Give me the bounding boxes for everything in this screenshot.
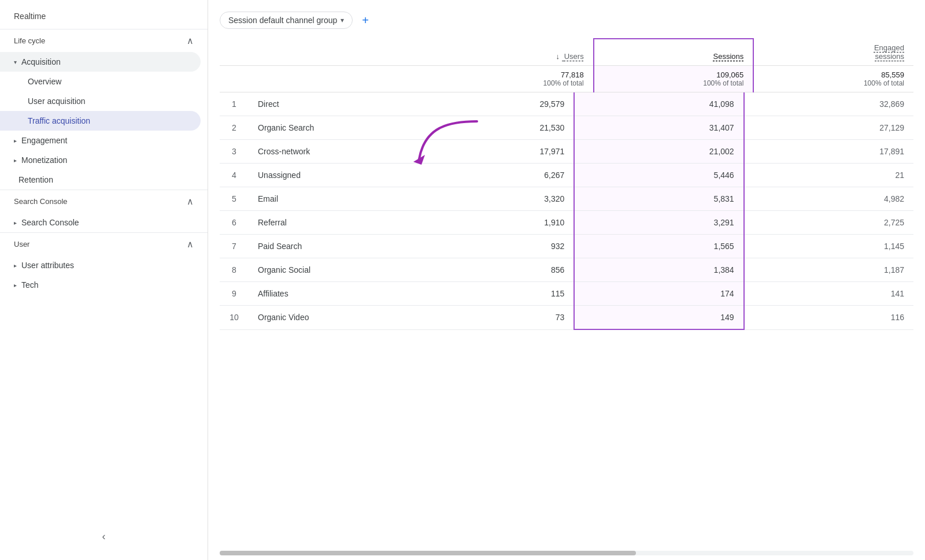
- row-users: 1,910: [405, 211, 574, 235]
- acquisition-expand-icon: ▾: [14, 59, 17, 65]
- sort-icon: ↓: [556, 52, 560, 61]
- sidebar-item-tech[interactable]: ▸ Tech: [0, 275, 201, 295]
- row-sessions: 5,446: [574, 164, 743, 187]
- sidebar: Realtime Life cycle ∧ ▾ Acquisition Over…: [0, 0, 208, 560]
- row-sessions: 174: [574, 282, 743, 306]
- sidebar-item-traffic-acquisition[interactable]: Traffic acquisition: [0, 111, 201, 131]
- row-engaged: 116: [744, 306, 913, 330]
- table-row: 10 Organic Video 73 149 116: [220, 306, 913, 330]
- row-users: 856: [405, 258, 574, 282]
- sidebar-item-search-console[interactable]: ▸ Search Console: [0, 213, 201, 232]
- traffic-acquisition-label: Traffic acquisition: [28, 116, 90, 125]
- lifecycle-chevron-icon: ∧: [187, 35, 194, 46]
- row-rank: 4: [220, 164, 249, 187]
- table-row: 2 Organic Search 21,530 31,407 27,129: [220, 116, 913, 140]
- lifecycle-section-header[interactable]: Life cycle ∧: [0, 29, 208, 52]
- filter-row: Session default channel group ▾ +: [208, 12, 925, 38]
- table-row: 1 Direct 29,579 41,098 32,869: [220, 92, 913, 116]
- user-acquisition-label: User acquisition: [28, 97, 86, 106]
- row-users: 932: [405, 235, 574, 258]
- row-channel: Affiliates: [249, 282, 405, 306]
- sidebar-item-acquisition[interactable]: ▾ Acquisition: [0, 52, 201, 72]
- row-sessions: 5,831: [574, 187, 743, 211]
- sessions-column-header[interactable]: Sessions: [594, 39, 754, 66]
- sidebar-item-overview[interactable]: Overview: [0, 72, 201, 91]
- add-filter-button[interactable]: +: [362, 14, 369, 26]
- monetization-label: Monetization: [21, 155, 67, 165]
- filter-label: Session default channel group: [228, 16, 337, 25]
- table-row: 5 Email 3,320 5,831 4,982: [220, 187, 913, 211]
- row-rank: 8: [220, 258, 249, 282]
- sidebar-collapse-button[interactable]: ‹: [102, 531, 106, 543]
- row-users: 115: [405, 282, 574, 306]
- engaged-sessions-column-header[interactable]: Engagedsessions: [753, 39, 913, 66]
- channel-column-header: [249, 39, 434, 66]
- tech-label: Tech: [21, 280, 39, 290]
- user-chevron-icon: ∧: [187, 239, 194, 250]
- users-total: 77,818 100% of total: [434, 66, 594, 92]
- row-sessions: 149: [574, 306, 743, 330]
- search-console-section-label: Search Console: [14, 197, 68, 206]
- row-sessions: 31,407: [574, 116, 743, 140]
- row-sessions: 1,565: [574, 235, 743, 258]
- user-attributes-label: User attributes: [21, 261, 74, 270]
- user-attributes-expand-icon: ▸: [14, 262, 17, 269]
- row-users: 29,579: [405, 92, 574, 116]
- users-column-header[interactable]: ↓ Users: [434, 39, 594, 66]
- channel-group-filter[interactable]: Session default channel group ▾: [220, 12, 353, 29]
- sidebar-item-monetization[interactable]: ▸ Monetization: [0, 150, 201, 170]
- row-users: 73: [405, 306, 574, 330]
- scrollbar-thumb[interactable]: [220, 551, 636, 555]
- rank-column-header: [220, 39, 249, 66]
- sidebar-item-retention[interactable]: Retention: [0, 170, 201, 190]
- main-content: Session default channel group ▾ + ↓ User…: [208, 0, 925, 560]
- row-users: 21,530: [405, 116, 574, 140]
- search-console-expand-icon: ▸: [14, 220, 17, 226]
- filter-dropdown-icon: ▾: [341, 16, 344, 24]
- row-engaged: 17,891: [744, 140, 913, 164]
- horizontal-scrollbar[interactable]: [220, 551, 913, 555]
- row-rank: 1: [220, 92, 249, 116]
- overview-label: Overview: [28, 77, 61, 86]
- lifecycle-section-label: Life cycle: [14, 36, 45, 45]
- table-row: 6 Referral 1,910 3,291 2,725: [220, 211, 913, 235]
- data-table-container: ↓ Users Sessions Engagedsessions: [208, 38, 925, 546]
- engaged-sessions-label: Engagedsessions: [874, 43, 904, 61]
- sessions-label: Sessions: [713, 52, 744, 61]
- user-section-header[interactable]: User ∧: [0, 232, 208, 255]
- row-rank: 5: [220, 187, 249, 211]
- row-engaged: 1,145: [744, 235, 913, 258]
- sidebar-item-user-attributes[interactable]: ▸ User attributes: [0, 255, 201, 275]
- row-rank: 2: [220, 116, 249, 140]
- row-engaged: 4,982: [744, 187, 913, 211]
- row-channel: Email: [249, 187, 405, 211]
- engaged-total: 85,559 100% of total: [753, 66, 913, 92]
- engagement-label: Engagement: [21, 136, 67, 145]
- realtime-label[interactable]: Realtime: [0, 6, 208, 29]
- row-rank: 7: [220, 235, 249, 258]
- search-console-section-header[interactable]: Search Console ∧: [0, 190, 208, 213]
- row-engaged: 21: [744, 164, 913, 187]
- engagement-expand-icon: ▸: [14, 138, 17, 144]
- acquisition-table: ↓ Users Sessions Engagedsessions: [220, 38, 913, 92]
- row-sessions: 41,098: [574, 92, 743, 116]
- row-rank: 6: [220, 211, 249, 235]
- row-rank: 10: [220, 306, 249, 330]
- sidebar-item-engagement[interactable]: ▸ Engagement: [0, 131, 201, 150]
- row-channel: Cross-network: [249, 140, 405, 164]
- row-channel: Organic Search: [249, 116, 405, 140]
- row-rank: 9: [220, 282, 249, 306]
- row-users: 6,267: [405, 164, 574, 187]
- acquisition-label: Acquisition: [21, 57, 61, 66]
- table-row: 7 Paid Search 932 1,565 1,145: [220, 235, 913, 258]
- totals-row: 77,818 100% of total 109,065 100% of tot…: [220, 66, 913, 92]
- table-row: 9 Affiliates 115 174 141: [220, 282, 913, 306]
- row-rank: 3: [220, 140, 249, 164]
- row-engaged: 2,725: [744, 211, 913, 235]
- users-label: Users: [564, 52, 584, 61]
- row-channel: Direct: [249, 92, 405, 116]
- table-row: 4 Unassigned 6,267 5,446 21: [220, 164, 913, 187]
- row-channel: Paid Search: [249, 235, 405, 258]
- table-row: 3 Cross-network 17,971 21,002 17,891: [220, 140, 913, 164]
- sidebar-item-user-acquisition[interactable]: User acquisition: [0, 91, 201, 111]
